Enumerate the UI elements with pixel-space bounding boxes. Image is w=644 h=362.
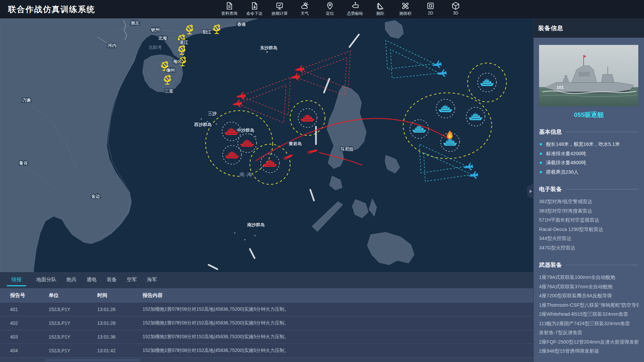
tab-装备[interactable]: 装备 [106, 272, 117, 288]
horizontal-scrollbar[interactable] [45, 359, 141, 361]
red-ship[interactable] [240, 139, 254, 146]
red-plane[interactable] [290, 73, 301, 81]
blue-plane[interactable] [437, 69, 447, 78]
nine-dash-segment [209, 265, 217, 269]
map-label: 钦州 [151, 27, 160, 32]
map-label: 南沙群岛 [247, 222, 265, 227]
blue-ship[interactable] [480, 78, 494, 86]
tool-态势标绘[interactable]: 态势标绘 [342, 0, 368, 18]
i-doc [225, 2, 233, 10]
blue-ship[interactable] [412, 125, 426, 132]
tab-海军[interactable]: 海军 [146, 272, 158, 288]
red-patrol-sector [300, 51, 351, 88]
map-label: 东沙群岛 [260, 45, 277, 50]
blue-ship[interactable] [438, 105, 452, 112]
nine-dash-segment [250, 249, 255, 258]
red-ship[interactable] [224, 127, 238, 135]
spec-item: 362型对海/低空警戒雷达 [539, 197, 639, 206]
i-3d [451, 2, 460, 10]
sidebar-sections: 基本信息舰长148米，舷宽16米，吃水5.1米标准排水量4200吨满载排水量48… [539, 128, 639, 356]
tab-炮兵[interactable]: 炮兵 [66, 272, 77, 288]
tool-测距[interactable]: 测距 [368, 0, 393, 18]
tool-效能计算[interactable]: 效能计算 [267, 0, 292, 18]
map-label: 海口 [173, 59, 182, 64]
spec-item: 4座76A式双联装37mm全自动舰炮 [539, 282, 639, 292]
red-patrol-sector [237, 85, 286, 123]
section-rule [566, 189, 639, 189]
i-area [401, 2, 410, 10]
blue-plane[interactable] [468, 171, 479, 180]
tool-天气[interactable]: 天气 [292, 0, 317, 18]
tool-label: 定位 [326, 11, 334, 16]
blue-patrol-sector [386, 40, 434, 69]
red-ship[interactable] [263, 159, 277, 167]
tool-3D[interactable]: 3D [443, 0, 468, 18]
blue-ship[interactable] [469, 113, 483, 120]
column-header: 单位 [49, 288, 97, 303]
map-label: 阳江 [203, 29, 212, 35]
tool-测面积[interactable]: 测面积 [393, 0, 418, 18]
map-label: 北海 [158, 36, 167, 41]
bullet-icon [540, 143, 542, 145]
section-title: 电子装备 [539, 185, 562, 193]
map-label: 香港 [237, 22, 246, 27]
table-header-row: 报告号单位时间报告内容 [0, 288, 533, 303]
table-row[interactable]: 401152JLP1Y13:01:26152加榴炮1营07时08分对152高地(… [0, 303, 533, 316]
tool-命令下达[interactable]: 命令下达 [242, 0, 267, 18]
blue-plane[interactable] [463, 163, 474, 171]
map-label: 三亚 [165, 88, 173, 94]
red-plane[interactable] [236, 92, 246, 101]
spec-item: 舰长148米，舷宽16米，吃水5.1米 [539, 140, 639, 149]
map-label: 曼谷 [19, 161, 28, 166]
blue-plane[interactable] [432, 60, 442, 69]
map-label: 儋州 [166, 68, 175, 73]
sidebar-header: 装备信息 [534, 18, 644, 38]
red-plane[interactable] [232, 100, 243, 108]
column-header: 报告内容 [143, 288, 533, 303]
i-pin [326, 2, 334, 10]
bullet-icon [540, 171, 542, 173]
map-label: 西沙群岛 [194, 122, 212, 127]
ship-name[interactable]: 055驱逐舰 [539, 111, 639, 119]
missile[interactable] [307, 148, 318, 155]
tool-label: 态势标绘 [347, 11, 363, 16]
nine-dash-segment [350, 35, 359, 47]
map-label: 南海 [239, 172, 254, 177]
tab-空军[interactable]: 空军 [126, 272, 138, 288]
report-panel: 情报地面分队炮兵通电装备空军海军 报告号单位时间报告内容 401152JLP1Y… [0, 272, 533, 362]
tab-情报[interactable]: 情报 [11, 272, 22, 288]
tool-2D[interactable]: 2D [418, 0, 443, 18]
tool-label: 效能计算 [272, 11, 288, 16]
spec-item: 搭载乘员230人 [539, 168, 639, 177]
section-rule [566, 265, 639, 265]
app-title: 联合作战仿真训练系统 [8, 0, 95, 18]
spec-item: 363型对空/对海搜索雷达 [539, 206, 639, 216]
spec-item: Racal-Decca 1290型导航雷达 [539, 225, 639, 234]
tool-label: 天气 [301, 11, 309, 16]
toolbar: 资料查询命令下达效能计算天气定位态势标绘测距测面积2D3D [217, 0, 468, 18]
red-ship[interactable] [225, 151, 239, 158]
tab-通电[interactable]: 通电 [86, 272, 97, 288]
table-row[interactable]: 404152JLP1Y13:01:42152加榴炮1营07时08分对152高地(… [0, 344, 533, 358]
section-电子装备: 电子装备362型对海/低空警戒雷达363型对空/对海搜索雷达571H平面长程对空… [539, 185, 639, 252]
tool-定位[interactable]: 定位 [317, 0, 342, 18]
flame-hit-icon[interactable] [447, 130, 452, 139]
table-row[interactable]: 402152JLP1Y13:01:28152加榴炮1营07时08分对152高地(… [0, 316, 533, 330]
blue-ship[interactable] [443, 138, 457, 145]
table-row[interactable]: 403152JLP1Y13:01:36152加榴炮1营07时08分对152高地(… [0, 330, 533, 344]
missile[interactable] [282, 153, 293, 161]
spec-item: 1座Thomsom-CSF型八联装“海响尾蛇”防空导弹 [539, 301, 639, 310]
red-plane[interactable] [294, 65, 305, 74]
top-bar: 联合作战仿真训练系统 资料查询命令下达效能计算天气定位态势标绘测距测面积2D3D [0, 0, 644, 18]
red-ship[interactable] [301, 114, 315, 121]
bullet-icon [540, 153, 542, 155]
tool-label: 命令下达 [247, 11, 263, 16]
map-label: 三沙 [208, 111, 217, 116]
tab-地面分队[interactable]: 地面分队 [36, 272, 57, 288]
tool-资料查询[interactable]: 资料查询 [217, 0, 242, 18]
report-table: 报告号单位时间报告内容 401152JLP1Y13:01:26152加榴炮1营0… [0, 288, 533, 362]
red-patrol-sector [241, 77, 290, 115]
spec-item: 2座FQF-2500型12管204mm反潜火箭深弹发射器 [539, 338, 639, 347]
i-cmd [250, 2, 259, 10]
red-patrol-sector [295, 58, 347, 95]
